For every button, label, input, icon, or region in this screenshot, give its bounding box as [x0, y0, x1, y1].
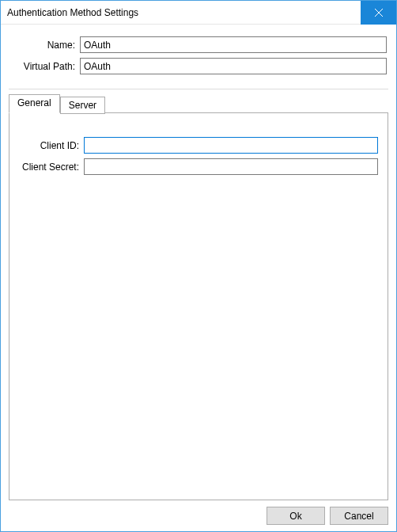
- top-fields: Name: Virtual Path:: [9, 32, 388, 87]
- tabstrip: General Server: [9, 94, 388, 113]
- dialog-footer: Ok Cancel: [9, 500, 388, 526]
- client-secret-label: Client Secret:: [19, 162, 84, 173]
- cancel-button[interactable]: Cancel: [330, 507, 388, 525]
- client-id-label: Client ID:: [19, 140, 84, 151]
- virtual-path-label: Virtual Path:: [10, 61, 80, 72]
- client-id-input[interactable]: [84, 137, 378, 154]
- close-icon: [375, 9, 383, 17]
- name-row: Name:: [10, 36, 387, 53]
- tab-general[interactable]: General: [9, 94, 60, 113]
- tabpage-general: Client ID: Client Secret:: [9, 113, 388, 500]
- window-title: Authentication Method Settings: [7, 7, 138, 18]
- titlebar: Authentication Method Settings: [1, 1, 396, 25]
- client-secret-row: Client Secret:: [19, 158, 378, 175]
- name-label: Name:: [10, 40, 80, 51]
- dialog-content: Name: Virtual Path: General Server Clien…: [1, 25, 396, 531]
- virtual-path-input[interactable]: [80, 58, 387, 74]
- close-button[interactable]: [361, 1, 396, 25]
- client-id-row: Client ID:: [19, 137, 378, 154]
- separator: [9, 89, 388, 89]
- virtual-path-row: Virtual Path:: [10, 58, 387, 74]
- name-input[interactable]: [80, 36, 387, 53]
- ok-button[interactable]: Ok: [267, 507, 325, 525]
- client-secret-input[interactable]: [84, 158, 378, 175]
- tab-server[interactable]: Server: [60, 97, 105, 114]
